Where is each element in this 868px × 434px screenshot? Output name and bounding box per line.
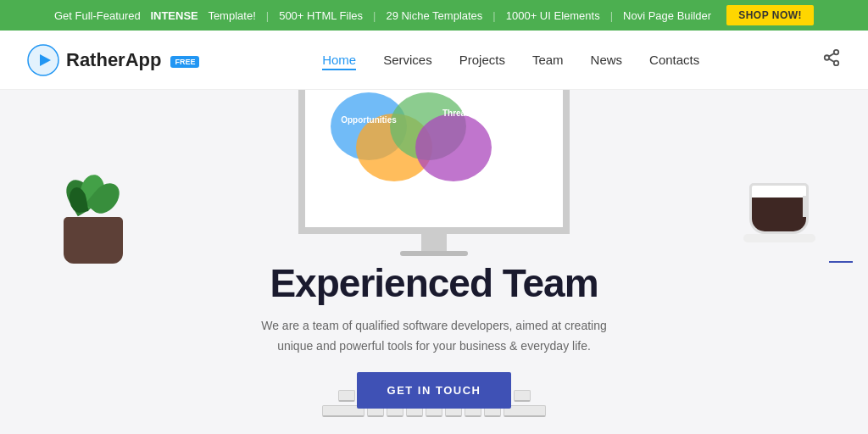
- plant-decoration: [51, 175, 136, 268]
- nav-item-contacts[interactable]: Contacts: [649, 53, 699, 68]
- banner-prefix: Get Full-Featured: [54, 9, 141, 22]
- scroll-line: [829, 261, 853, 263]
- nav-item-team[interactable]: Team: [532, 53, 564, 68]
- monitor-base: [400, 251, 468, 256]
- plant-leaves: [51, 175, 136, 225]
- banner-stat2: 29 Niche Templates: [386, 9, 482, 22]
- nav-item-home[interactable]: Home: [322, 53, 356, 68]
- banner-text: Get Full-Featured INTENSE Template! | 50…: [54, 9, 711, 22]
- banner-brand: INTENSE: [150, 9, 198, 22]
- venn-purple: [415, 114, 492, 181]
- nav-item-services[interactable]: Services: [383, 53, 432, 68]
- logo[interactable]: RatherApp Free: [27, 44, 199, 76]
- coffee-cup-decoration: [741, 183, 817, 242]
- cta-button[interactable]: GET IN TOUCH: [357, 372, 512, 409]
- banner-sep2: |: [373, 9, 376, 22]
- venn-label-opportunities: Opportunities: [335, 115, 403, 125]
- monitor-screen: Opportunities Threats: [305, 90, 563, 227]
- logo-icon: [27, 44, 59, 76]
- nav-links: Home Services Projects Team News Contact…: [322, 53, 699, 68]
- banner-suffix: Template!: [208, 9, 255, 22]
- logo-name: RatherApp: [66, 49, 161, 71]
- navbar: RatherApp Free Home Services Projects Te…: [0, 31, 868, 90]
- venn-label-threats: Threats: [424, 108, 492, 118]
- scroll-indicator: [829, 261, 853, 263]
- nav-link-home[interactable]: Home: [322, 53, 356, 70]
- banner-sep1: |: [266, 9, 269, 22]
- shop-now-button[interactable]: SHOP NOW!: [726, 5, 814, 25]
- cup-body: [749, 183, 809, 234]
- cup-coffee-fill: [752, 198, 806, 231]
- hero-subtitle: We are a team of qualified software deve…: [248, 316, 620, 357]
- banner-stat3: 1000+ UI Elements: [506, 9, 600, 22]
- nav-link-news[interactable]: News: [591, 53, 623, 67]
- nav-item-news[interactable]: News: [591, 53, 623, 68]
- hero-title: Experienced Team: [248, 260, 620, 306]
- cup-handle: [803, 196, 809, 217]
- monitor-wrapper: Opportunities Threats: [298, 90, 570, 256]
- svg-line-5: [829, 58, 834, 62]
- share-icon[interactable]: [822, 48, 841, 71]
- banner-stat1: 500+ HTML Files: [279, 9, 363, 22]
- nav-link-services[interactable]: Services: [383, 53, 432, 67]
- monitor-stand: [421, 234, 447, 251]
- monitor: Opportunities Threats: [298, 90, 570, 234]
- svg-line-6: [829, 53, 834, 57]
- nav-link-team[interactable]: Team: [532, 53, 564, 67]
- free-badge: Free: [170, 56, 199, 68]
- nav-link-contacts[interactable]: Contacts: [649, 53, 699, 67]
- banner-stat4: Novi Page Builder: [623, 9, 711, 22]
- nav-item-projects[interactable]: Projects: [459, 53, 505, 68]
- cup-saucer: [743, 234, 815, 242]
- hero-section: Opportunities Threats: [0, 90, 868, 434]
- banner-sep4: |: [610, 9, 613, 22]
- banner-sep3: |: [492, 9, 495, 22]
- top-banner: Get Full-Featured INTENSE Template! | 50…: [0, 0, 868, 31]
- nav-link-projects[interactable]: Projects: [459, 53, 505, 67]
- hero-content: Experienced Team We are a team of qualif…: [248, 260, 620, 409]
